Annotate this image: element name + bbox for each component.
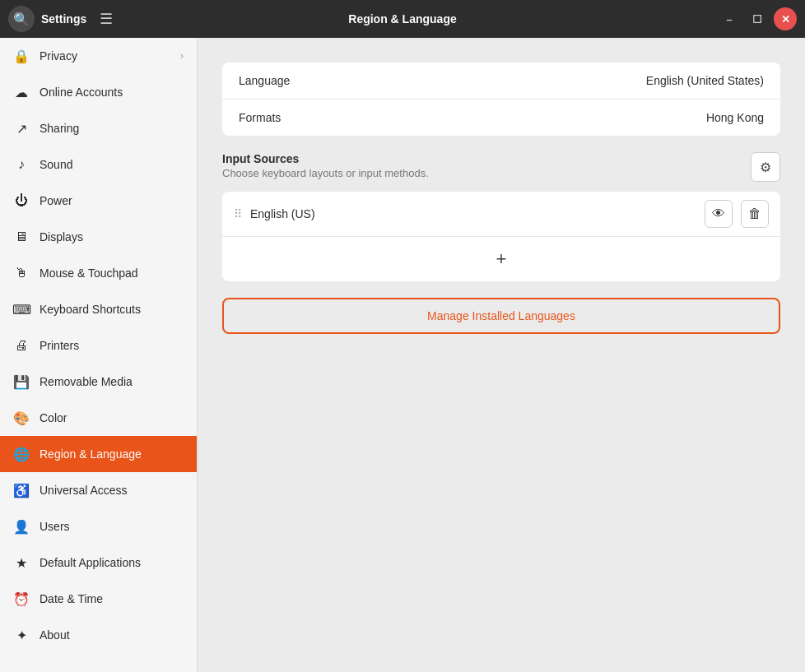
add-icon: + [496, 248, 507, 270]
eye-icon: 👁 [712, 206, 725, 221]
sidebar-item-power[interactable]: ⏻Power [0, 183, 197, 219]
sidebar-item-label-power: Power [40, 194, 72, 207]
input-sources-gear-button[interactable]: ⚙ [751, 152, 780, 182]
removable-media-icon: 💾 [13, 373, 30, 390]
sidebar-item-sound[interactable]: ♪Sound [0, 146, 197, 183]
page-title: Region & Language [348, 12, 456, 25]
sidebar-item-label-color: Color [40, 411, 67, 424]
language-label: Language [239, 74, 646, 87]
menu-button[interactable]: ☰ [93, 6, 119, 32]
input-sources-subtitle: Choose keyboard layouts or input methods… [222, 167, 751, 179]
sidebar-item-label-privacy: Privacy [40, 49, 77, 63]
arrow-icon-privacy: › [180, 50, 184, 62]
formats-value: Hong Kong [706, 111, 764, 124]
sidebar-item-region-language[interactable]: 🌐Region & Language [0, 436, 197, 472]
sidebar-item-privacy[interactable]: 🔒Privacy› [0, 38, 197, 74]
input-sources-card: ⠿ English (US) 👁 🗑 + [222, 192, 780, 281]
sidebar-item-label-region-language: Region & Language [40, 447, 142, 461]
sidebar-item-label-displays: Displays [40, 230, 83, 243]
sidebar-item-about[interactable]: ✦About [0, 617, 197, 653]
formats-row[interactable]: Formats Hong Kong [222, 100, 780, 136]
search-icon: 🔍 [13, 12, 30, 27]
sharing-icon: ↗ [13, 120, 30, 137]
sidebar-item-mouse-touchpad[interactable]: 🖱Mouse & Touchpad [0, 255, 197, 291]
color-icon: 🎨 [13, 410, 30, 426]
sidebar-item-keyboard-shortcuts[interactable]: ⌨Keyboard Shortcuts [0, 291, 197, 327]
sidebar-item-label-users: Users [40, 520, 70, 533]
sidebar: 🔒Privacy›☁Online Accounts↗Sharing♪Sound⏻… [0, 38, 198, 672]
input-source-row-english-us: ⠿ English (US) 👁 🗑 [222, 192, 780, 237]
sidebar-item-label-about: About [40, 628, 70, 642]
language-formats-card: Language English (United States) Formats… [222, 63, 780, 136]
default-applications-icon: ★ [13, 554, 30, 571]
printers-icon: 🖨 [13, 337, 30, 354]
gear-icon: ⚙ [760, 160, 771, 175]
sidebar-item-date-time[interactable]: ⏰Date & Time [0, 581, 197, 617]
displays-icon: 🖥 [13, 229, 30, 245]
close-icon: ✕ [781, 13, 790, 25]
search-button[interactable]: 🔍 [8, 6, 35, 32]
keyboard-shortcuts-icon: ⌨ [13, 301, 30, 317]
delete-button[interactable]: 🗑 [741, 200, 769, 228]
language-value: English (United States) [646, 74, 764, 87]
universal-access-icon: ♿ [13, 482, 30, 498]
content-area: Language English (United States) Formats… [198, 38, 805, 672]
titlebar: 🔍 Settings ☰ Region & Language – ☐ ✕ [0, 0, 805, 38]
sidebar-item-label-mouse-touchpad: Mouse & Touchpad [40, 266, 138, 280]
app-title: Settings [41, 12, 86, 25]
mouse-touchpad-icon: 🖱 [13, 265, 30, 281]
maximize-icon: ☐ [752, 13, 762, 25]
online-accounts-icon: ☁ [13, 84, 30, 100]
input-source-name: English (US) [250, 207, 696, 220]
sound-icon: ♪ [13, 156, 30, 173]
sidebar-item-color[interactable]: 🎨Color [0, 400, 197, 436]
drag-handle-icon[interactable]: ⠿ [234, 207, 242, 220]
sidebar-item-label-keyboard-shortcuts: Keyboard Shortcuts [40, 303, 141, 316]
minimize-button[interactable]: – [718, 7, 741, 30]
menu-icon: ☰ [100, 10, 113, 28]
language-row[interactable]: Language English (United States) [222, 63, 780, 100]
eye-button[interactable]: 👁 [705, 200, 733, 228]
input-sources-header: Input Sources Choose keyboard layouts or… [222, 152, 780, 182]
input-sources-title-group: Input Sources Choose keyboard layouts or… [222, 152, 751, 179]
sidebar-item-removable-media[interactable]: 💾Removable Media [0, 364, 197, 400]
sidebar-item-label-sound: Sound [40, 158, 72, 171]
users-icon: 👤 [13, 518, 30, 535]
sidebar-item-online-accounts[interactable]: ☁Online Accounts [0, 74, 197, 110]
sidebar-item-sharing[interactable]: ↗Sharing [0, 110, 197, 146]
add-input-source-row[interactable]: + [222, 237, 780, 281]
formats-label: Formats [239, 111, 706, 124]
sidebar-item-label-printers: Printers [40, 339, 79, 352]
sidebar-item-label-date-time: Date & Time [40, 592, 103, 605]
sidebar-item-label-removable-media: Removable Media [40, 375, 133, 388]
power-icon: ⏻ [13, 192, 30, 209]
sidebar-item-users[interactable]: 👤Users [0, 508, 197, 545]
sidebar-item-label-universal-access: Universal Access [40, 484, 128, 497]
sidebar-item-displays[interactable]: 🖥Displays [0, 219, 197, 255]
sidebar-item-printers[interactable]: 🖨Printers [0, 327, 197, 364]
sidebar-item-label-sharing: Sharing [40, 122, 79, 135]
sidebar-item-label-default-applications: Default Applications [40, 556, 141, 569]
main-container: 🔒Privacy›☁Online Accounts↗Sharing♪Sound⏻… [0, 38, 805, 672]
manage-languages-button[interactable]: Manage Installed Languages [222, 298, 780, 334]
privacy-icon: 🔒 [13, 48, 30, 64]
maximize-button[interactable]: ☐ [746, 7, 769, 30]
trash-icon: 🗑 [748, 206, 761, 221]
sidebar-item-default-applications[interactable]: ★Default Applications [0, 545, 197, 581]
date-time-icon: ⏰ [13, 591, 30, 607]
about-icon: ✦ [13, 627, 30, 643]
input-sources-title: Input Sources [222, 152, 751, 165]
close-button[interactable]: ✕ [774, 7, 797, 30]
sidebar-item-universal-access[interactable]: ♿Universal Access [0, 472, 197, 508]
region-language-icon: 🌐 [13, 446, 30, 462]
sidebar-item-label-online-accounts: Online Accounts [40, 86, 123, 99]
minimize-icon: – [726, 13, 732, 25]
